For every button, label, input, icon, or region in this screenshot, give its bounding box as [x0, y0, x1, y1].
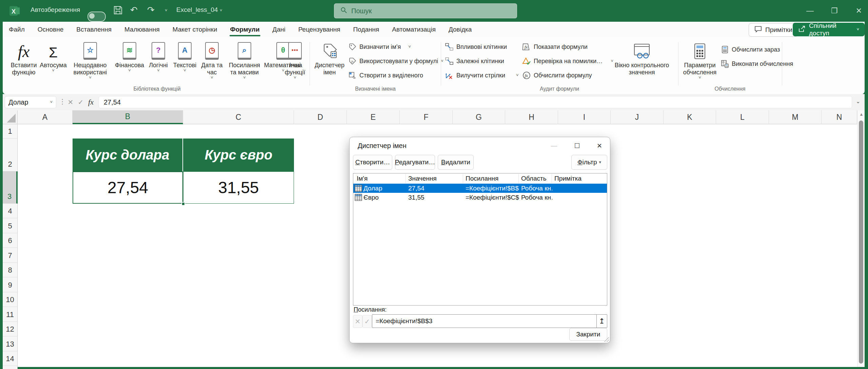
row-header-10[interactable]: 10	[3, 292, 18, 307]
autosave-toggle[interactable]	[87, 12, 106, 22]
evaluate-formula-button[interactable]: fx Обчислити формулу	[522, 71, 592, 80]
fill-handle[interactable]	[181, 202, 185, 206]
vertical-scrollbar[interactable]: ▲	[857, 110, 865, 367]
column-header-G[interactable]: G	[453, 110, 505, 124]
dialog-close-button[interactable]: Закрити	[569, 328, 607, 341]
list-row-euro[interactable]: Євро 31,55 =Коефіцієнти!$C$3 Робоча кн…	[353, 193, 607, 202]
formula-bar-expand-chevron-icon[interactable]: ⌄	[856, 98, 860, 105]
column-header-I[interactable]: I	[558, 110, 611, 124]
collapse-dialog-picker-icon[interactable]: ↥	[596, 315, 607, 328]
list-header-value[interactable]: Значення	[408, 173, 437, 184]
tab-file[interactable]: Файл	[7, 22, 26, 37]
document-title-chevron-icon[interactable]: ˅	[220, 9, 222, 12]
trace-precedents-button[interactable]: Впливові клітинки	[445, 42, 507, 52]
tab-help[interactable]: Довідка	[447, 22, 473, 37]
calculate-now-button[interactable]: Обчислити зараз	[721, 45, 780, 54]
save-icon[interactable]	[113, 5, 123, 17]
close-button[interactable]: ✕	[851, 3, 867, 19]
column-header-L[interactable]: L	[716, 110, 769, 124]
enter-icon[interactable]: ✓	[76, 96, 85, 108]
column-header-F[interactable]: F	[400, 110, 453, 124]
tab-review[interactable]: Рецензування	[297, 22, 342, 37]
tab-insert[interactable]: Вставлення	[75, 22, 113, 37]
column-header-K[interactable]: K	[664, 110, 716, 124]
more-functions-button[interactable]: ••• Інші функції ˅	[281, 40, 309, 79]
column-header-M[interactable]: M	[769, 110, 822, 124]
cancel-icon[interactable]: ✕	[66, 96, 75, 108]
row-header-7[interactable]: 7	[3, 248, 18, 263]
formula-input[interactable]: 27,54	[99, 96, 852, 108]
use-in-formula-button[interactable]: fx Використовувати у формулі ˅	[349, 56, 443, 66]
text-functions-button[interactable]: A Текстові ˅	[172, 40, 198, 72]
reference-cancel-icon[interactable]: ✕	[353, 315, 362, 328]
tab-formulas[interactable]: Формули	[229, 22, 261, 37]
cell-B2-header-dollar[interactable]: Курс долара	[73, 139, 183, 171]
dialog-maximize-icon[interactable]: ☐	[569, 139, 585, 152]
name-box-splitter-icon[interactable]: ⋮	[59, 97, 66, 106]
list-row-dollar[interactable]: Долар 27,54 =Коефіцієнти!$B$3 Робоча кн…	[353, 184, 607, 193]
list-header-comment[interactable]: Примітка	[554, 173, 581, 184]
calculation-options-button[interactable]: Параметри обчислення ˅	[682, 40, 717, 79]
row-header-8[interactable]: 8	[3, 263, 18, 277]
dialog-minimize-icon[interactable]: —	[546, 139, 562, 152]
list-header-name[interactable]: Ім'я	[357, 173, 368, 184]
dialog-close-icon[interactable]: ✕	[592, 139, 607, 152]
comments-button[interactable]: Примітки	[749, 23, 798, 37]
document-title[interactable]: Excel_less_04	[176, 6, 218, 14]
row-header-2[interactable]: 2	[3, 139, 18, 171]
financial-button[interactable]: ≋ Фінансова ˅	[114, 40, 145, 72]
cell-B3-active-dollar-value[interactable]: 27,54	[73, 171, 183, 204]
name-manager-button[interactable]: Диспетчер імен	[314, 40, 345, 76]
datetime-button[interactable]: ◷ Дата та час ˅	[199, 40, 224, 79]
scrollbar-thumb[interactable]	[859, 121, 863, 364]
remove-arrows-button[interactable]: Вилучити стрілки ˅	[445, 71, 519, 80]
row-header-9[interactable]: 9	[3, 277, 18, 292]
dialog-edit-button[interactable]: Редагувати…	[395, 155, 435, 170]
trace-dependents-button[interactable]: Залежні клітинки	[445, 56, 504, 66]
watch-window-button[interactable]: Вікно контрольного значення	[610, 40, 674, 76]
select-all-corner[interactable]	[3, 110, 18, 124]
row-header-13[interactable]: 13	[3, 336, 18, 351]
restore-button[interactable]: ❐	[827, 3, 842, 19]
error-checking-button[interactable]: Перевірка на помилки… ˅	[522, 56, 613, 66]
dialog-resize-grip[interactable]	[604, 337, 609, 342]
lookup-reference-button[interactable]: ⌕ Посилання та масиви ˅	[226, 40, 263, 79]
autosum-button[interactable]: Σ Автосума ˅	[40, 40, 66, 72]
column-header-C[interactable]: C	[183, 110, 294, 124]
insert-function-button[interactable]: fx Вставити функцію	[9, 40, 39, 76]
name-box[interactable]: Долар ˅	[5, 96, 56, 108]
row-header-14[interactable]: 14	[3, 351, 18, 366]
quick-access-chevron-icon[interactable]: ˅	[165, 9, 167, 12]
column-header-B[interactable]: B	[73, 110, 183, 124]
row-header-1[interactable]: 1	[3, 124, 18, 139]
scroll-up-arrow-icon[interactable]: ▲	[859, 112, 864, 117]
list-header-reference[interactable]: Посилання	[466, 173, 498, 184]
redo-icon[interactable]: ↷	[147, 5, 155, 15]
reference-input[interactable]: =Коефіцієнти!$B$3 ↥	[372, 314, 607, 328]
column-header-A[interactable]: A	[18, 110, 73, 124]
column-header-D[interactable]: D	[294, 110, 347, 124]
row-header-11[interactable]: 11	[3, 307, 18, 322]
tab-draw[interactable]: Малювання	[123, 22, 161, 37]
create-from-selection-button[interactable]: Створити з виділеного	[349, 71, 423, 80]
tab-page-layout[interactable]: Макет сторінки	[171, 22, 219, 37]
dialog-delete-button[interactable]: Видалити	[438, 155, 474, 170]
tab-data[interactable]: Дані	[271, 22, 287, 37]
insert-function-fx-icon[interactable]: fx	[86, 96, 96, 108]
cell-C3-euro-value[interactable]: 31,55	[183, 171, 294, 204]
reference-confirm-icon[interactable]: ✓	[362, 315, 372, 328]
column-header-J[interactable]: J	[611, 110, 664, 124]
row-header-12[interactable]: 12	[3, 322, 18, 336]
row-header-3[interactable]: 3	[3, 171, 18, 204]
share-button[interactable]: Спільний доступ ˅	[793, 23, 865, 36]
undo-icon[interactable]: ↶	[130, 5, 138, 15]
define-name-button[interactable]: Визначити ім'я ˅	[349, 42, 411, 52]
dialog-filter-button[interactable]: Фільтр ▾	[571, 155, 607, 170]
row-header-5[interactable]: 5	[3, 218, 18, 233]
dialog-new-button[interactable]: Створити…	[353, 155, 392, 170]
row-header-6[interactable]: 6	[3, 233, 18, 248]
minimize-button[interactable]: —	[802, 3, 818, 19]
calculate-sheet-button[interactable]: Виконати обчислення	[721, 59, 793, 69]
recently-used-button[interactable]: ☆ Нещодавно використані ˅	[68, 40, 112, 79]
show-formulas-button[interactable]: fx Показати формули	[522, 42, 588, 52]
